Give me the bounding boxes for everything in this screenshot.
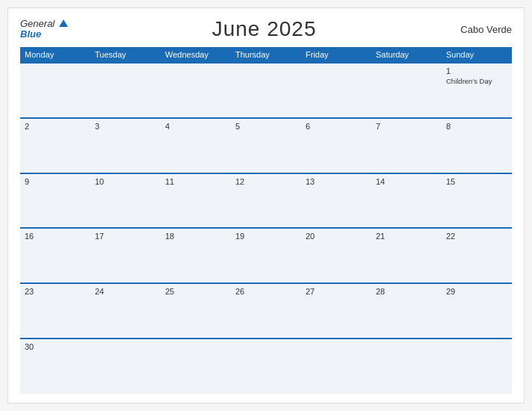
day-number: 7 (376, 122, 437, 131)
logo-general-text: General (20, 18, 55, 29)
calendar-cell: 8 (442, 118, 512, 173)
calendar-cell: 2 (20, 118, 90, 173)
day-number: 22 (446, 232, 507, 241)
calendar-cell (301, 339, 371, 394)
calendar-cell: 14 (371, 173, 442, 229)
calendar-cell: 15 (442, 173, 512, 229)
day-number: 13 (306, 177, 367, 186)
calendar-week-row: 1Children's Day (20, 63, 512, 118)
day-number: 6 (306, 122, 367, 131)
calendar-cell: 24 (90, 283, 161, 339)
day-number: 20 (306, 232, 367, 241)
logo-triangle-icon (59, 19, 68, 27)
weekday-header-tuesday: Tuesday (90, 47, 161, 63)
day-number: 11 (165, 177, 226, 186)
calendar-cell: 11 (161, 173, 231, 229)
calendar-cell: 5 (231, 118, 301, 173)
day-number: 29 (446, 287, 507, 296)
day-number: 8 (446, 122, 507, 131)
day-number: 1 (446, 67, 507, 75)
calendar-cell: 13 (301, 173, 371, 229)
calendar-cell: 21 (371, 228, 442, 283)
day-number: 15 (446, 177, 507, 186)
calendar-cell: 12 (231, 173, 301, 229)
weekday-header-row: MondayTuesdayWednesdayThursdayFridaySatu… (20, 47, 512, 63)
calendar-cell: 30 (20, 339, 90, 394)
calendar-cell: 6 (301, 118, 371, 173)
day-number: 26 (235, 287, 297, 296)
calendar-cell (442, 339, 512, 394)
calendar-cell (371, 63, 442, 118)
day-number: 12 (235, 177, 297, 186)
calendar-container: General Blue June 2025 Cabo Verde Monday… (7, 7, 525, 404)
day-number: 4 (165, 122, 226, 131)
calendar-cell (90, 339, 161, 394)
day-event: Children's Day (446, 77, 507, 85)
weekday-header-sunday: Sunday (442, 47, 512, 63)
calendar-cell: 25 (161, 283, 231, 339)
calendar-week-row: 16171819202122 (20, 228, 512, 283)
calendar-cell: 20 (301, 228, 371, 283)
day-number: 5 (235, 122, 297, 131)
calendar-cell (161, 63, 231, 118)
calendar-cell (231, 63, 301, 118)
calendar-week-row: 9101112131415 (20, 173, 512, 229)
calendar-cell (20, 63, 90, 118)
day-number: 30 (25, 342, 86, 351)
day-number: 3 (95, 122, 156, 131)
calendar-cell: 1Children's Day (442, 63, 512, 118)
calendar-cell: 10 (90, 173, 161, 229)
calendar-cell: 26 (231, 283, 301, 339)
calendar-week-row: 30 (20, 339, 512, 394)
day-number: 24 (95, 287, 156, 296)
calendar-cell (231, 339, 301, 394)
calendar-cell (161, 339, 231, 394)
calendar-cell: 18 (161, 228, 231, 283)
calendar-cell: 4 (161, 118, 231, 173)
weekday-header-friday: Friday (301, 47, 371, 63)
day-number: 17 (95, 232, 156, 241)
weekday-header-wednesday: Wednesday (161, 47, 231, 63)
weekday-header-monday: Monday (20, 47, 90, 63)
day-number: 25 (165, 287, 226, 296)
calendar-cell: 7 (371, 118, 442, 173)
calendar-header: General Blue June 2025 Cabo Verde (20, 17, 512, 41)
day-number: 18 (165, 232, 226, 241)
calendar-cell: 22 (442, 228, 512, 283)
logo: General Blue (20, 19, 68, 40)
calendar-cell: 17 (90, 228, 161, 283)
day-number: 16 (25, 232, 86, 241)
calendar-cell: 27 (301, 283, 371, 339)
weekday-header-thursday: Thursday (231, 47, 301, 63)
day-number: 9 (25, 177, 86, 186)
day-number: 19 (235, 232, 297, 241)
calendar-cell: 29 (442, 283, 512, 339)
calendar-cell (301, 63, 371, 118)
day-number: 28 (376, 287, 437, 296)
logo-blue-text: Blue (20, 29, 68, 40)
calendar-week-row: 23242526272829 (20, 283, 512, 339)
calendar-cell: 16 (20, 228, 90, 283)
calendar-cell (371, 339, 442, 394)
day-number: 14 (376, 177, 437, 186)
day-number: 27 (306, 287, 367, 296)
calendar-week-row: 2345678 (20, 118, 512, 173)
calendar-cell: 19 (231, 228, 301, 283)
calendar-cell (90, 63, 161, 118)
day-number: 21 (376, 232, 437, 241)
day-number: 23 (25, 287, 86, 296)
calendar-table: MondayTuesdayWednesdayThursdayFridaySatu… (20, 47, 512, 394)
day-number: 2 (25, 122, 86, 131)
calendar-cell: 28 (371, 283, 442, 339)
calendar-cell: 9 (20, 173, 90, 229)
country-label: Cabo Verde (460, 24, 512, 35)
calendar-cell: 3 (90, 118, 161, 173)
weekday-header-saturday: Saturday (371, 47, 442, 63)
calendar-cell: 23 (20, 283, 90, 339)
calendar-title: June 2025 (212, 17, 317, 41)
day-number: 10 (95, 177, 156, 186)
